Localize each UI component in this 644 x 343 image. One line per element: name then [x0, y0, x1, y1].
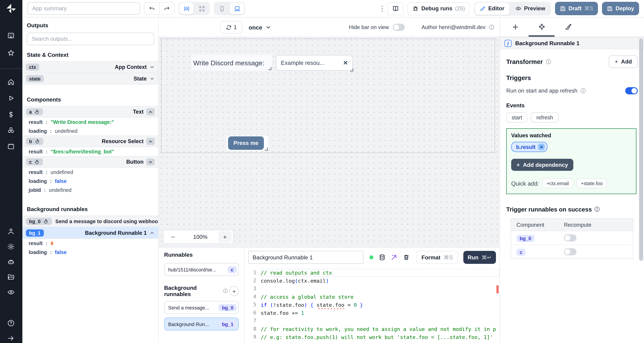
- docs-book-button[interactable]: [387, 2, 404, 15]
- code-line[interactable]: 2console.log(ctx.email): [245, 277, 500, 285]
- resize-handle[interactable]: [265, 148, 268, 151]
- info-icon[interactable]: ⓘ: [594, 206, 600, 213]
- info-icon[interactable]: ⓘ: [489, 24, 494, 31]
- ai-wand-icon[interactable]: [391, 254, 398, 261]
- redo-button[interactable]: [159, 2, 174, 15]
- tab-editor[interactable]: Editor: [475, 2, 509, 14]
- zoom-in-button[interactable]: +: [218, 231, 232, 242]
- resize-handle[interactable]: [268, 67, 272, 70]
- code-line[interactable]: 4// access a global state store: [245, 293, 500, 301]
- info-icon[interactable]: ⓘ: [223, 288, 228, 294]
- zoom-out-button[interactable]: −: [164, 233, 182, 240]
- code-line[interactable]: 10// you may also just reassign as next …: [245, 341, 500, 343]
- component-c-badge[interactable]: c: [26, 158, 43, 166]
- output-row-ctx[interactable]: ctx App Context: [22, 61, 158, 73]
- tab-components-diamonds-icon[interactable]: [538, 23, 546, 31]
- run-button[interactable]: Run⌘↵: [463, 251, 496, 264]
- apps-icon[interactable]: [7, 32, 15, 39]
- code-line[interactable]: 1// read outputs and ctx: [245, 269, 500, 277]
- more-menu-kebab-icon[interactable]: ⋮: [379, 4, 383, 12]
- undo-button[interactable]: [144, 2, 159, 15]
- code-line[interactable]: 6state.foo += 1: [245, 309, 500, 317]
- code-line[interactable]: 9// e.g: state.foo.push(1) will not work…: [245, 333, 500, 341]
- home-icon[interactable]: [7, 78, 15, 86]
- code-line[interactable]: 8// for reactivity to work, you need to …: [245, 325, 500, 333]
- trash-icon[interactable]: [403, 254, 410, 261]
- expand-sidebar-arrow-icon[interactable]: [7, 334, 15, 342]
- favorites-star-icon[interactable]: [7, 49, 15, 57]
- variables-dollar-icon[interactable]: [7, 111, 15, 118]
- add-transformer-button[interactable]: +Add: [609, 56, 638, 68]
- output-row-a[interactable]: a Text: [22, 106, 158, 118]
- runnable-name-input[interactable]: [248, 251, 364, 264]
- output-row-c[interactable]: c Button: [22, 156, 158, 168]
- workers-robot-icon[interactable]: [7, 258, 15, 266]
- component-b-badge[interactable]: b: [26, 138, 43, 145]
- info-icon[interactable]: ⓘ: [546, 58, 551, 65]
- folders-icon[interactable]: [7, 273, 15, 281]
- collapse-button[interactable]: [146, 158, 155, 166]
- output-row-b[interactable]: b Resource Select: [22, 136, 158, 147]
- run-mode-select[interactable]: once: [249, 21, 271, 34]
- collapse-button[interactable]: [146, 108, 155, 116]
- collapse-button[interactable]: [146, 138, 155, 145]
- press-me-button[interactable]: Press me: [228, 136, 264, 150]
- deploy-button[interactable]: Deploy: [602, 2, 639, 15]
- search-outputs-input[interactable]: [27, 33, 154, 45]
- quick-add-ctx-email[interactable]: +ctx.email: [542, 178, 573, 188]
- event-chip-refresh[interactable]: refresh: [531, 112, 558, 122]
- code-editor[interactable]: 1// read outputs and ctx2console.log(ctx…: [245, 268, 500, 343]
- schedules-calendar-icon[interactable]: [7, 143, 15, 150]
- recompute-toggle[interactable]: [564, 248, 576, 255]
- code-line[interactable]: 5if (!state.foo) { state.foo = 0 }: [245, 301, 500, 309]
- draft-button[interactable]: Draft⌘S: [555, 2, 598, 15]
- scrollbar-thumb[interactable]: [639, 38, 643, 261]
- clear-select-icon[interactable]: ✕: [343, 60, 348, 66]
- add-dependency-button[interactable]: +Add dependency: [511, 159, 573, 171]
- runnable-item-bg0[interactable]: Send a message... bg_0: [164, 301, 239, 314]
- help-icon[interactable]: [7, 319, 15, 327]
- output-row-bg1[interactable]: bg_1 Background Runnable 1: [22, 227, 158, 239]
- runnable-item-bg1-selected[interactable]: Background Run... bg_1: [164, 318, 239, 330]
- output-row-state[interactable]: state State: [22, 73, 158, 84]
- text-component[interactable]: Write Discord message:: [192, 54, 272, 71]
- tab-preview[interactable]: Preview: [510, 2, 550, 14]
- quick-add-state-foo[interactable]: +state.foo: [576, 178, 607, 188]
- component-badge[interactable]: c: [516, 249, 526, 256]
- audit-eye-icon[interactable]: [7, 288, 15, 296]
- bg0-badge[interactable]: bg_0: [26, 218, 52, 225]
- watched-value-chip[interactable]: b.result ✕: [511, 142, 548, 152]
- resize-handle[interactable]: [350, 68, 353, 72]
- tab-style-brush-icon[interactable]: [564, 23, 572, 31]
- refresh-count-button[interactable]: 1: [220, 21, 242, 34]
- run-on-start-toggle[interactable]: [625, 87, 638, 94]
- windmill-logo[interactable]: [6, 3, 16, 14]
- app-summary-input[interactable]: [27, 2, 140, 15]
- settings-gear-icon[interactable]: [7, 243, 15, 250]
- database-icon[interactable]: [379, 254, 386, 261]
- mobile-view-button[interactable]: [215, 3, 229, 14]
- remove-watched-icon[interactable]: ✕: [538, 144, 545, 150]
- code-line[interactable]: 3: [245, 285, 500, 293]
- runnable-item-hub[interactable]: hub/1511/discord/se... c: [164, 263, 239, 276]
- tab-insert-plus-icon[interactable]: [512, 23, 519, 31]
- desktop-view-button[interactable]: [230, 3, 244, 14]
- component-badge[interactable]: bg_0: [516, 235, 534, 242]
- output-row-bg0[interactable]: bg_0 Send a message to discord using web…: [22, 216, 158, 227]
- add-runnable-button[interactable]: +: [230, 286, 239, 296]
- event-chip-start[interactable]: start: [506, 112, 528, 122]
- format-button[interactable]: Format⌘S: [416, 251, 458, 264]
- component-a-badge[interactable]: a: [26, 108, 43, 116]
- user-icon[interactable]: [7, 228, 15, 235]
- info-icon[interactable]: ⓘ: [580, 88, 586, 94]
- canvas-grid[interactable]: Write Discord message: Example resou... …: [159, 37, 500, 246]
- recompute-toggle[interactable]: [564, 234, 576, 242]
- resources-cubes-icon[interactable]: [7, 126, 15, 134]
- resource-select-component[interactable]: Example resou... ✕: [276, 55, 353, 71]
- bg1-badge[interactable]: bg_1: [26, 229, 44, 236]
- runs-play-icon[interactable]: [7, 94, 15, 102]
- center-layout-button[interactable]: [179, 3, 194, 14]
- fullscreen-button[interactable]: [194, 3, 209, 14]
- debug-runs-button[interactable]: Debug runs (26): [408, 2, 470, 15]
- hide-bar-toggle[interactable]: [392, 24, 404, 31]
